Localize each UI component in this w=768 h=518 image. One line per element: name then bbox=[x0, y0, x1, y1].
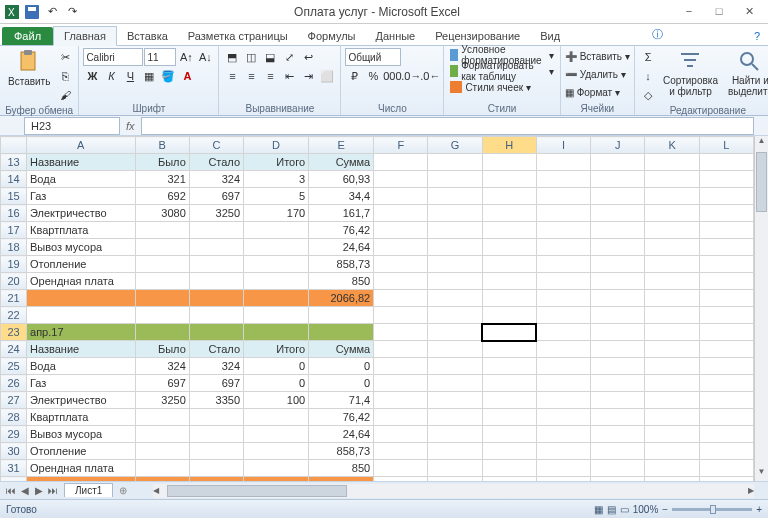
cell[interactable] bbox=[482, 239, 536, 256]
format-painter-icon[interactable]: 🖌 bbox=[56, 86, 74, 104]
cell[interactable] bbox=[189, 426, 243, 443]
save-icon[interactable] bbox=[24, 4, 40, 20]
view-layout-icon[interactable]: ▤ bbox=[607, 504, 616, 515]
cell[interactable] bbox=[244, 324, 309, 341]
cell[interactable] bbox=[374, 154, 428, 171]
cell[interactable]: 0 bbox=[309, 358, 374, 375]
col-header[interactable]: A bbox=[27, 137, 136, 154]
copy-icon[interactable]: ⎘ bbox=[56, 67, 74, 85]
cell[interactable] bbox=[374, 307, 428, 324]
cell[interactable] bbox=[536, 375, 590, 392]
cell[interactable] bbox=[482, 426, 536, 443]
cell[interactable] bbox=[244, 239, 309, 256]
cell[interactable]: Орендная плата bbox=[27, 460, 136, 477]
format-cells-button[interactable]: ▦ Формат ▾ bbox=[565, 84, 621, 100]
font-name-select[interactable]: Calibri bbox=[83, 48, 143, 66]
ribbon-tab[interactable]: Данные bbox=[365, 27, 425, 45]
redo-icon[interactable]: ↷ bbox=[64, 4, 80, 20]
cell[interactable] bbox=[591, 171, 645, 188]
cell[interactable] bbox=[699, 375, 753, 392]
cell[interactable]: Квартплата bbox=[27, 222, 136, 239]
cell[interactable] bbox=[27, 290, 136, 307]
cell[interactable]: Было bbox=[135, 154, 189, 171]
indent-dec-icon[interactable]: ⇤ bbox=[280, 67, 298, 85]
cell[interactable] bbox=[591, 477, 645, 482]
cell[interactable] bbox=[536, 392, 590, 409]
cell[interactable] bbox=[428, 375, 482, 392]
col-header[interactable]: B bbox=[135, 137, 189, 154]
cell[interactable] bbox=[591, 443, 645, 460]
cell[interactable]: 76,42 bbox=[309, 222, 374, 239]
cell[interactable] bbox=[428, 188, 482, 205]
align-right-icon[interactable]: ≡ bbox=[261, 67, 279, 85]
cell[interactable] bbox=[244, 426, 309, 443]
cell[interactable] bbox=[536, 171, 590, 188]
cell[interactable]: Сумма bbox=[309, 341, 374, 358]
cell[interactable] bbox=[536, 443, 590, 460]
cell[interactable] bbox=[482, 375, 536, 392]
cell[interactable] bbox=[482, 205, 536, 222]
shrink-font-icon[interactable]: A↓ bbox=[196, 48, 214, 66]
border-icon[interactable]: ▦ bbox=[140, 67, 158, 85]
cell[interactable] bbox=[309, 307, 374, 324]
cell[interactable]: 3080 bbox=[135, 205, 189, 222]
cell[interactable] bbox=[645, 307, 699, 324]
grid[interactable]: ABCDEFGHIJKL13НазваниеБылоСталоИтогоСумм… bbox=[0, 136, 754, 481]
cell[interactable] bbox=[244, 460, 309, 477]
cell[interactable]: Квартплата bbox=[27, 409, 136, 426]
cell[interactable] bbox=[428, 443, 482, 460]
cell[interactable] bbox=[645, 205, 699, 222]
cell[interactable] bbox=[189, 460, 243, 477]
cell[interactable] bbox=[482, 477, 536, 482]
row-header[interactable]: 20 bbox=[1, 273, 27, 290]
cell[interactable]: 24,64 bbox=[309, 239, 374, 256]
underline-button[interactable]: Ч bbox=[121, 67, 139, 85]
row-header[interactable]: 25 bbox=[1, 358, 27, 375]
cell[interactable] bbox=[428, 477, 482, 482]
cell[interactable] bbox=[482, 188, 536, 205]
cell[interactable] bbox=[645, 358, 699, 375]
cell[interactable] bbox=[482, 392, 536, 409]
cell[interactable] bbox=[591, 324, 645, 341]
cell[interactable]: 34,4 bbox=[309, 188, 374, 205]
cell[interactable] bbox=[428, 358, 482, 375]
cell[interactable] bbox=[428, 171, 482, 188]
cell[interactable] bbox=[244, 307, 309, 324]
autosum-icon[interactable]: Σ bbox=[639, 48, 657, 66]
align-center-icon[interactable]: ≡ bbox=[242, 67, 260, 85]
cell[interactable] bbox=[645, 426, 699, 443]
cell[interactable] bbox=[374, 273, 428, 290]
comma-icon[interactable]: 000 bbox=[383, 67, 401, 85]
cell[interactable] bbox=[591, 154, 645, 171]
cell[interactable] bbox=[482, 358, 536, 375]
cell[interactable] bbox=[591, 426, 645, 443]
cell[interactable]: 858,73 bbox=[309, 256, 374, 273]
cell[interactable]: 170 bbox=[244, 205, 309, 222]
cell[interactable] bbox=[699, 256, 753, 273]
align-bottom-icon[interactable]: ⬓ bbox=[261, 48, 279, 66]
cell[interactable] bbox=[591, 341, 645, 358]
sheet-tab[interactable]: Лист1 bbox=[64, 483, 113, 497]
cell[interactable] bbox=[189, 477, 243, 482]
cell[interactable] bbox=[428, 222, 482, 239]
cell[interactable] bbox=[428, 205, 482, 222]
ribbon-tab[interactable]: Вид bbox=[530, 27, 570, 45]
cell[interactable]: 697 bbox=[189, 188, 243, 205]
cell[interactable]: 324 bbox=[189, 358, 243, 375]
insert-cells-button[interactable]: ➕ Вставить ▾ bbox=[565, 48, 630, 64]
cell[interactable] bbox=[428, 154, 482, 171]
cell[interactable] bbox=[536, 324, 590, 341]
horizontal-scrollbar[interactable]: ◀ ▶ bbox=[153, 484, 754, 498]
row-header[interactable]: 27 bbox=[1, 392, 27, 409]
cell[interactable]: 850 bbox=[309, 273, 374, 290]
cell[interactable] bbox=[482, 273, 536, 290]
cell[interactable] bbox=[244, 290, 309, 307]
cell[interactable] bbox=[482, 324, 536, 341]
cell[interactable]: Электричество bbox=[27, 205, 136, 222]
cell[interactable] bbox=[699, 239, 753, 256]
cell[interactable] bbox=[374, 409, 428, 426]
view-page-icon[interactable]: ▭ bbox=[620, 504, 629, 515]
cell[interactable] bbox=[135, 273, 189, 290]
cell[interactable] bbox=[591, 358, 645, 375]
cell[interactable]: Отопление bbox=[27, 443, 136, 460]
